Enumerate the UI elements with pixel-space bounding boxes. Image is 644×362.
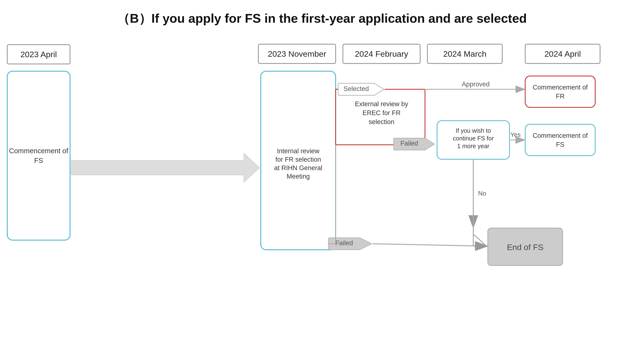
svg-text:No: No — [478, 190, 486, 197]
svg-marker-44 — [425, 138, 435, 150]
svg-text:End of FS: End of FS — [507, 243, 543, 252]
svg-text:continue FS for: continue FS for — [453, 135, 494, 142]
svg-text:Selected: Selected — [343, 85, 369, 92]
svg-text:If you wish to: If you wish to — [456, 127, 491, 134]
svg-text:FR: FR — [556, 93, 564, 100]
svg-text:2023 April: 2023 April — [20, 50, 57, 59]
svg-marker-18 — [71, 153, 260, 182]
svg-text:Commencement of: Commencement of — [533, 132, 588, 139]
svg-marker-27 — [374, 83, 384, 95]
svg-text:FS: FS — [556, 141, 564, 148]
svg-text:for FR selection: for FR selection — [275, 156, 321, 163]
svg-line-51 — [436, 140, 436, 144]
svg-rect-40 — [525, 76, 595, 107]
svg-text:2023 November: 2023 November — [268, 49, 326, 58]
svg-text:Yes: Yes — [510, 131, 520, 138]
svg-text:2024 March: 2024 March — [443, 49, 486, 58]
svg-line-62 — [473, 234, 486, 246]
svg-text:selection: selection — [369, 118, 394, 125]
svg-text:Meeting: Meeting — [286, 173, 310, 180]
svg-line-69 — [372, 244, 486, 246]
main-diagram-svg: 2023 April 2023 November 2024 February 2… — [0, 24, 644, 362]
svg-text:Failed: Failed — [335, 239, 353, 247]
svg-text:2024 February: 2024 February — [355, 49, 408, 58]
svg-text:Commencement of: Commencement of — [9, 147, 68, 155]
svg-text:External review by: External review by — [355, 100, 408, 108]
svg-text:Failed: Failed — [400, 140, 418, 147]
svg-text:FS: FS — [34, 157, 43, 164]
svg-text:Approved: Approved — [462, 81, 490, 88]
svg-rect-15 — [7, 71, 70, 240]
svg-rect-54 — [525, 124, 595, 156]
page-title-final: （B）If you apply for FS in the first-year… — [0, 0, 644, 27]
svg-text:1 more year: 1 more year — [457, 143, 489, 149]
svg-text:EREC for FR: EREC for FR — [362, 109, 400, 117]
svg-text:Internal review: Internal review — [277, 147, 320, 155]
svg-text:Commencement of: Commencement of — [533, 84, 588, 91]
svg-line-61 — [473, 227, 487, 246]
svg-marker-66 — [360, 238, 372, 250]
svg-text:2024 April: 2024 April — [544, 49, 581, 58]
svg-text:at RIHN General: at RIHN General — [274, 164, 322, 172]
